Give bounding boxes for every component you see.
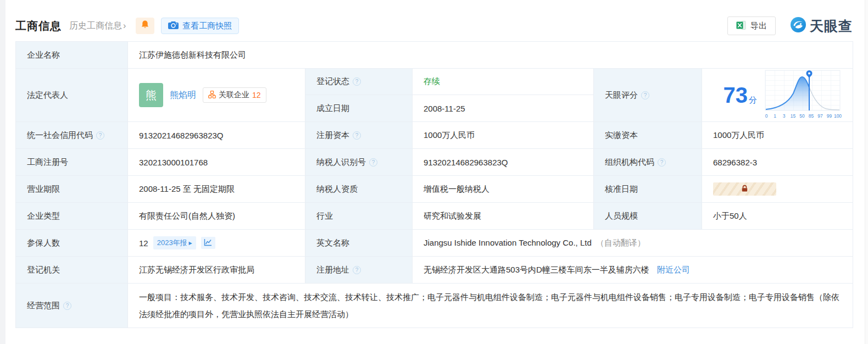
field-label-reg-status: 登记状态?	[305, 69, 413, 95]
svg-text:3: 3	[783, 113, 786, 119]
field-label-staff-size: 人员规模	[594, 203, 702, 230]
bell-icon	[141, 20, 149, 32]
field-value-credit-code: 91320214682963823Q	[128, 122, 305, 149]
help-icon[interactable]: ?	[96, 131, 104, 140]
field-value-business-term: 2008-11-25 至 无固定期限	[128, 176, 305, 203]
score-distribution-chart: 0 1 3 15 50 85 97 99 100	[764, 69, 842, 121]
field-value-english-name: Jiangsu Ishide Innovation Technology Co.…	[413, 230, 853, 257]
field-value-staff-size: 小于50人	[702, 203, 853, 230]
field-value-business-scope: 一般项目：技术服务、技术开发、技术咨询、技术交流、技术转让、技术推广；电子元器件…	[128, 284, 853, 328]
locked-value-placeholder[interactable]	[713, 182, 776, 196]
field-label-business-term: 营业期限	[16, 176, 128, 203]
help-icon[interactable]: ?	[353, 131, 361, 140]
svg-text:100: 100	[834, 113, 842, 119]
svg-text:1: 1	[774, 113, 776, 119]
row-legal-rep: 法定代表人 熊 熊焰明 关联企业	[16, 69, 853, 95]
nearby-companies-link[interactable]: 附近公司	[657, 265, 690, 274]
snapshot-button-label: 查看工商快照	[182, 21, 232, 31]
annual-report-badge[interactable]: 2023年报▶	[153, 236, 196, 249]
help-icon[interactable]: ?	[369, 158, 377, 167]
row-credit-code: 统一社会信用代码? 91320214682963823Q 注册资本? 1000万…	[16, 122, 853, 149]
svg-text:99: 99	[827, 113, 832, 119]
svg-text:15: 15	[791, 113, 796, 119]
line-chart-icon	[204, 238, 212, 248]
field-value-reg-authority: 江苏无锡经济开发区行政审批局	[128, 257, 305, 284]
history-info-link[interactable]: 历史工商信息›	[69, 20, 126, 32]
field-value-approval-date	[702, 176, 853, 203]
field-label-approval-date: 核准日期	[594, 176, 702, 203]
svg-text:85: 85	[809, 113, 814, 119]
field-value-industry: 研究和试验发展	[413, 203, 594, 230]
excel-icon	[736, 20, 746, 32]
legal-rep-name-link[interactable]: 熊焰明	[170, 90, 196, 101]
help-icon[interactable]: ?	[353, 77, 361, 86]
page-scrollbar-gutter[interactable]	[865, 0, 868, 344]
status-badge: 存续	[424, 76, 440, 86]
export-button-label: 导出	[750, 21, 767, 31]
tianyan-score-widget[interactable]: 73分	[713, 69, 842, 121]
field-value-paid-capital: 1000万人民币	[702, 122, 853, 149]
insured-trend-chart-button[interactable]	[201, 237, 215, 249]
row-business-term: 营业期限 2008-11-25 至 无固定期限 纳税人资质 增值税一般纳税人 核…	[16, 176, 853, 203]
field-label-tianyan-score: 天眼评分?	[594, 69, 702, 122]
insured-count-number: 12	[139, 238, 148, 248]
business-info-table: 企业名称 江苏伊施德创新科技有限公司 法定代表人 熊 熊焰明	[15, 41, 853, 328]
export-button[interactable]: 导出	[727, 16, 776, 35]
org-chart-icon	[208, 91, 216, 100]
field-label-taxpayer-quality: 纳税人资质	[305, 176, 413, 203]
subscribe-alert-button[interactable]	[136, 18, 154, 34]
triangle-right-icon: ▶	[189, 241, 192, 246]
field-label-reg-address: 注册地址?	[305, 257, 413, 284]
legal-rep-avatar[interactable]: 熊	[139, 83, 163, 107]
help-icon[interactable]: ?	[641, 91, 649, 99]
section-header: 工商信息 历史工商信息› 查看工商快照	[15, 15, 853, 37]
field-value-taxpayer-id: 91320214682963823Q	[413, 149, 594, 176]
row-company-type: 企业类型 有限责任公司(自然人独资) 行业 研究和试验发展 人员规模 小于50人	[16, 203, 853, 230]
row-reg-authority: 登记机关 江苏无锡经济开发区行政审批局 注册地址? 无锡经济开发区大通路503号…	[16, 257, 853, 284]
business-info-section: 工商信息 历史工商信息› 查看工商快照	[15, 0, 853, 328]
field-label-business-scope: 经营范围?	[16, 284, 128, 328]
field-label-industry: 行业	[305, 203, 413, 230]
field-label-paid-capital: 实缴资本	[594, 122, 702, 149]
svg-text:97: 97	[817, 113, 823, 119]
field-value-establish-date: 2008-11-25	[413, 95, 594, 122]
view-business-snapshot-button[interactable]: 查看工商快照	[161, 18, 239, 34]
field-value-company-type: 有限责任公司(自然人独资)	[128, 203, 305, 230]
field-value-taxpayer-quality: 增值税一般纳税人	[413, 176, 594, 203]
field-label-establish-date: 成立日期	[305, 95, 413, 122]
tianyancha-logo[interactable]: 天眼查	[790, 16, 853, 35]
chevron-right-icon: ›	[123, 21, 126, 30]
field-value-insured-count: 12 2023年报▶	[128, 230, 305, 257]
score-unit: 分	[749, 95, 757, 104]
lock-icon	[741, 185, 749, 194]
field-label-english-name: 英文名称	[305, 230, 413, 257]
svg-text:50: 50	[799, 113, 805, 119]
field-value-reg-status: 存续	[413, 69, 594, 95]
row-business-scope: 经营范围? 一般项目：技术服务、技术开发、技术咨询、技术交流、技术转让、技术推广…	[16, 284, 853, 328]
field-label-legal-rep: 法定代表人	[16, 69, 128, 122]
related-companies-badge[interactable]: 关联企业 12	[203, 87, 266, 103]
help-icon[interactable]: ?	[353, 266, 361, 274]
field-label-reg-authority: 登记机关	[16, 257, 128, 284]
field-label-reg-capital: 注册资本?	[305, 122, 413, 149]
field-value-reg-number: 320213000101768	[128, 149, 305, 176]
row-insured-count: 参保人数 12 2023年报▶	[16, 230, 853, 257]
field-label-company-name: 企业名称	[16, 42, 128, 69]
auto-translate-note: （自动翻译）	[596, 238, 646, 247]
row-reg-number: 工商注册号 320213000101768 纳税人识别号? 9132021468…	[16, 149, 853, 176]
field-label-taxpayer-id: 纳税人识别号?	[305, 149, 413, 176]
field-label-org-code: 组织机构代码?	[594, 149, 702, 176]
camera-icon	[168, 21, 179, 31]
field-label-insured-count: 参保人数	[16, 230, 128, 257]
help-icon[interactable]: ?	[658, 158, 666, 167]
svg-text:0: 0	[765, 113, 768, 119]
field-value-company-name: 江苏伊施德创新科技有限公司	[128, 42, 853, 69]
field-value-reg-capital: 1000万人民币	[413, 122, 594, 149]
page-left-gutter	[0, 0, 5, 344]
field-label-reg-number: 工商注册号	[16, 149, 128, 176]
related-companies-count: 12	[252, 91, 261, 99]
help-icon[interactable]: ?	[63, 302, 71, 310]
page-title: 工商信息	[15, 19, 62, 34]
field-value-reg-address: 无锡经济开发区大通路503号内D幢三楼车间东一半及辅房六楼 附近公司	[413, 257, 853, 284]
tianyancha-eye-icon	[790, 16, 806, 35]
